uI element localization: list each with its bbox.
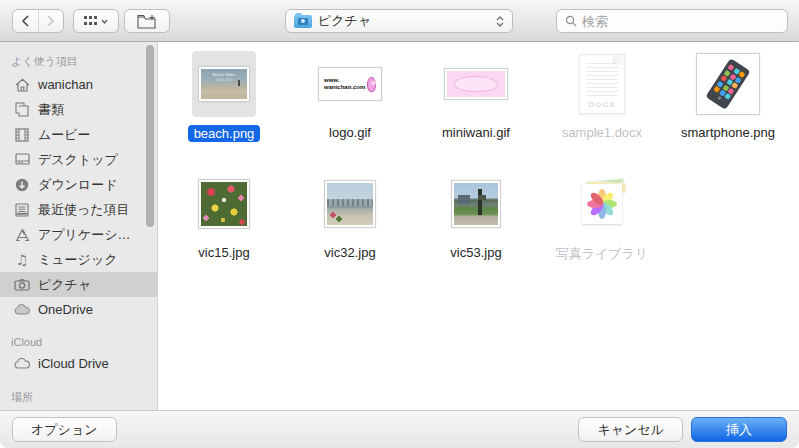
file-name: logo.gif (329, 125, 371, 140)
sidebar-item-applications[interactable]: アプリケーシ… (0, 222, 157, 247)
sidebar-item-label: wanichan (38, 77, 93, 92)
file-item-vic32[interactable]: vic32.jpg (287, 166, 413, 280)
sidebar-section-locations: 場所 (0, 390, 157, 408)
sidebar-section-favorites: よく使う項目 (0, 54, 157, 72)
pictures-folder-icon (294, 15, 312, 28)
docx-thumbnail: DOCX (579, 54, 625, 114)
logo-thumbnail: www. wanichan.com (318, 67, 382, 101)
sidebar-item-label: OneDrive (38, 302, 93, 317)
search-input[interactable] (582, 14, 762, 29)
file-name-selected: beach.png (188, 125, 261, 142)
sidebar-item-desktop[interactable]: デスクトップ (0, 147, 157, 172)
file-item-beach[interactable]: Beach Video July 5, 2015 beach.png (161, 46, 287, 160)
file-name: vic53.jpg (450, 245, 501, 260)
sidebar-item-label: デスクトップ (38, 151, 118, 169)
sidebar-item-onedrive[interactable]: OneDrive (0, 297, 157, 322)
file-name-disabled: 写真ライブラリ (556, 245, 649, 263)
popup-chevrons-icon (496, 16, 504, 27)
file-browser: Beach Video July 5, 2015 beach.png (158, 42, 799, 410)
location-popup[interactable]: ピクチャ (285, 9, 513, 33)
sidebar-item-label: ダウンロード (38, 176, 118, 194)
file-item-photos-library: 写真ライブラリ (539, 166, 665, 280)
thumbnail-selection-highlight: Beach Video July 5, 2015 (192, 51, 256, 117)
file-name: vic32.jpg (324, 245, 375, 260)
dialog-toolbar: ピクチャ (0, 0, 799, 42)
sidebar-item-pictures[interactable]: ピクチャ (0, 272, 157, 297)
insert-button[interactable]: 挿入 (691, 417, 787, 442)
sidebar-item-label: ミュージック (38, 251, 118, 269)
chevron-down-icon (101, 19, 108, 24)
miniwani-thumbnail (444, 68, 508, 100)
documents-icon (13, 101, 31, 118)
onedrive-icon (13, 301, 31, 318)
file-name: miniwani.gif (442, 125, 510, 140)
sidebar: よく使う項目 wanichan 書類 ムービー (0, 42, 158, 410)
pictures-icon (13, 276, 31, 293)
file-item-logo[interactable]: www. wanichan.com logo.gif (287, 46, 413, 160)
file-item-sample1-docx: DOCX sample1.docx (539, 46, 665, 160)
vic15-thumbnail (198, 179, 250, 229)
file-name: vic15.jpg (198, 245, 249, 260)
view-mode-button[interactable] (73, 9, 119, 33)
cancel-button[interactable]: キャンセル (578, 417, 683, 442)
icloud-icon (13, 355, 31, 372)
file-name-disabled: sample1.docx (562, 125, 642, 140)
photos-library-icon (574, 178, 630, 230)
search-icon (565, 15, 577, 27)
sidebar-item-movies[interactable]: ムービー (0, 122, 157, 147)
recents-icon (13, 201, 31, 218)
sidebar-item-label: 書類 (38, 101, 64, 119)
search-field[interactable] (556, 9, 788, 33)
location-popup-value: ピクチャ (318, 12, 490, 30)
new-folder-icon (137, 14, 157, 29)
vic53-thumbnail (451, 180, 501, 228)
file-open-dialog: ピクチャ よく使う項目 wanichan (0, 0, 799, 448)
file-item-vic15[interactable]: vic15.jpg (161, 166, 287, 280)
sidebar-item-recents[interactable]: 最近使った項目 (0, 197, 157, 222)
dialog-footer: オプション キャンセル 挿入 (0, 410, 799, 448)
beach-thumbnail: Beach Video July 5, 2015 (198, 66, 250, 102)
options-button[interactable]: オプション (12, 417, 117, 442)
sidebar-item-label: ムービー (38, 126, 91, 144)
desktop-icon (13, 151, 31, 168)
applications-icon (13, 226, 31, 243)
file-item-vic53[interactable]: vic53.jpg (413, 166, 539, 280)
home-icon (13, 76, 31, 93)
sidebar-item-label: ピクチャ (38, 276, 91, 294)
icon-view-grid (84, 16, 97, 26)
sidebar-item-icloud-drive[interactable]: iCloud Drive (0, 351, 157, 376)
forward-button[interactable] (38, 10, 63, 32)
music-icon: ♫ (13, 251, 31, 268)
vic32-thumbnail (324, 180, 376, 228)
sidebar-item-wanichan[interactable]: wanichan (0, 72, 157, 97)
file-name: smartphone.png (681, 125, 775, 140)
sidebar-item-downloads[interactable]: ダウンロード (0, 172, 157, 197)
downloads-icon (13, 176, 31, 193)
chevron-right-icon (46, 15, 55, 27)
chevron-left-icon (21, 15, 30, 27)
smartphone-thumbnail (696, 53, 760, 115)
file-item-miniwani[interactable]: miniwani.gif (413, 46, 539, 160)
sidebar-item-documents[interactable]: 書類 (0, 97, 157, 122)
sidebar-item-label: 最近使った項目 (38, 201, 130, 219)
sidebar-item-label: iCloud Drive (38, 356, 109, 371)
sidebar-item-label: アプリケーシ… (38, 226, 131, 244)
sidebar-item-music[interactable]: ♫ ミュージック (0, 247, 157, 272)
new-folder-button[interactable] (124, 9, 170, 33)
sidebar-section-icloud: iCloud (0, 336, 157, 351)
movies-icon (13, 126, 31, 143)
back-forward-segmented-control (12, 9, 64, 33)
wanichan-mascot (367, 77, 376, 92)
back-button[interactable] (13, 10, 38, 32)
file-item-smartphone[interactable]: smartphone.png (665, 46, 791, 160)
sidebar-scrollbar[interactable] (146, 45, 154, 227)
